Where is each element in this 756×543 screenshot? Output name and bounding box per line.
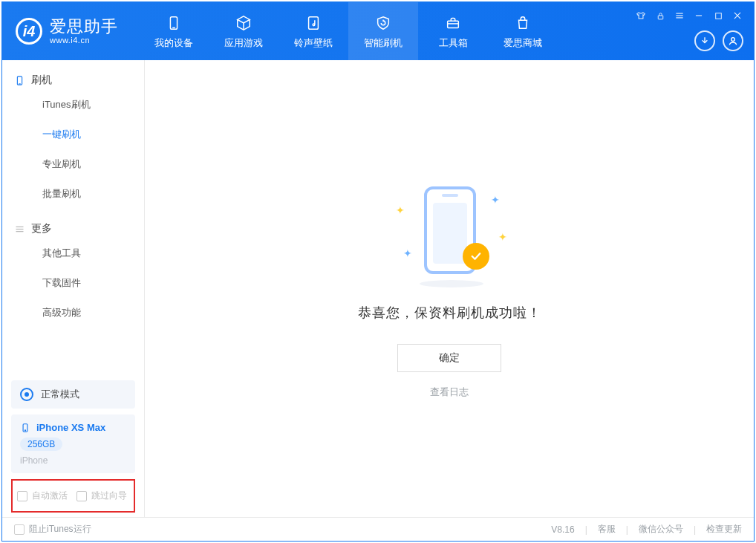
sparkle-icon: ✦ (491, 194, 500, 206)
app-url: www.i4.cn (50, 36, 118, 45)
option-auto-activate[interactable]: 自动激活 (17, 490, 68, 502)
footer-link-update[interactable]: 检查更新 (706, 523, 742, 536)
window-controls (635, 10, 743, 22)
flash-options-highlight: 自动激活 跳过向导 (11, 479, 135, 513)
svg-point-14 (731, 38, 735, 42)
svg-point-3 (313, 23, 315, 25)
footer-link-wechat[interactable]: 微信公众号 (639, 523, 683, 536)
sidebar-item-other-tools[interactable]: 其他工具 (2, 238, 144, 268)
svg-point-21 (25, 429, 25, 430)
storage-pill: 256GB (20, 438, 62, 451)
user-icon[interactable] (723, 30, 743, 51)
body: 刷机 iTunes刷机 一键刷机 专业刷机 批量刷机 更多 其他工具 下载固件 … (2, 60, 754, 517)
sidebar-item-download-firmware[interactable]: 下载固件 (2, 268, 144, 298)
footer-link-support[interactable]: 客服 (598, 523, 616, 536)
svg-rect-2 (309, 16, 319, 29)
sidebar: 刷机 iTunes刷机 一键刷机 专业刷机 批量刷机 更多 其他工具 下载固件 … (2, 60, 145, 517)
toolbox-icon (443, 13, 463, 33)
download-icon[interactable] (694, 30, 715, 51)
sparkle-icon: ✦ (403, 247, 412, 259)
status-label: 正常模式 (41, 388, 79, 401)
main-content: ✦ ✦ ✦ ✦ 恭喜您，保资料刷机成功啦！ 确定 查看日志 (145, 60, 754, 517)
tab-my-device[interactable]: 我的设备 (139, 2, 209, 60)
device-type: iPhone (20, 455, 126, 466)
logo-icon: i4 (16, 18, 42, 45)
checkbox-icon (17, 491, 27, 501)
device-card[interactable]: iPhone XS Max 256GB iPhone (11, 414, 135, 473)
checkbox-icon (76, 491, 87, 501)
device-icon (164, 13, 183, 33)
success-message: 恭喜您，保资料刷机成功啦！ (358, 304, 541, 322)
tab-smart-flash[interactable]: 智能刷机 (348, 2, 418, 60)
checkbox-icon (14, 524, 25, 535)
lock-icon[interactable] (654, 10, 666, 22)
svg-rect-6 (658, 15, 663, 19)
success-illustration: ✦ ✦ ✦ ✦ (390, 186, 509, 283)
option-block-itunes[interactable]: 阻止iTunes运行 (14, 523, 91, 536)
ok-button[interactable]: 确定 (397, 344, 501, 372)
tab-toolbox[interactable]: 工具箱 (418, 2, 488, 60)
svg-rect-4 (448, 21, 459, 27)
phone-icon (14, 75, 25, 86)
sidebar-group-flash: 刷机 (2, 74, 144, 90)
status-bar: 阻止iTunes运行 V8.16 | 客服 | 微信公众号 | 检查更新 (2, 517, 754, 541)
menu-icon[interactable] (674, 10, 685, 22)
menu-lines-icon (14, 224, 25, 235)
refresh-shield-icon (374, 13, 393, 33)
sparkle-icon: ✦ (498, 231, 507, 243)
sidebar-item-pro-flash[interactable]: 专业刷机 (2, 149, 144, 179)
sidebar-item-onekey-flash[interactable]: 一键刷机 (2, 120, 144, 149)
music-file-icon (304, 13, 323, 33)
sidebar-item-advanced[interactable]: 高级功能 (2, 298, 144, 328)
header-actions (694, 30, 743, 51)
view-log-link[interactable]: 查看日志 (430, 386, 469, 399)
cube-icon (234, 13, 253, 33)
sidebar-group-more: 更多 (2, 222, 144, 238)
app-name: 爱思助手 (50, 18, 118, 35)
option-skip-guide[interactable]: 跳过向导 (76, 490, 127, 502)
shopping-bag-icon (513, 13, 532, 33)
app-window: i4 爱思助手 www.i4.cn 我的设备 应用游戏 铃声壁纸 智能刷 (1, 1, 755, 542)
version-label: V8.16 (551, 524, 574, 535)
header: i4 爱思助手 www.i4.cn 我的设备 应用游戏 铃声壁纸 智能刷 (2, 2, 754, 60)
status-card[interactable]: 正常模式 (11, 380, 135, 409)
success-check-icon (463, 243, 489, 270)
tab-apps-games[interactable]: 应用游戏 (209, 2, 278, 60)
sparkle-icon: ✦ (396, 204, 405, 216)
tshirt-icon[interactable] (635, 10, 647, 22)
status-indicator-icon (20, 388, 33, 401)
close-button[interactable] (731, 10, 743, 22)
nav-tabs: 我的设备 应用游戏 铃声壁纸 智能刷机 工具箱 爱思商城 (139, 2, 558, 60)
svg-rect-11 (715, 13, 721, 19)
sidebar-item-itunes-flash[interactable]: iTunes刷机 (2, 90, 144, 120)
minimize-button[interactable] (693, 10, 705, 22)
tab-ringtone-wallpaper[interactable]: 铃声壁纸 (278, 2, 348, 60)
sidebar-item-batch-flash[interactable]: 批量刷机 (2, 179, 144, 209)
tab-store[interactable]: 爱思商城 (488, 2, 558, 60)
device-icon (20, 423, 30, 433)
maximize-button[interactable] (712, 10, 724, 22)
logo: i4 爱思助手 www.i4.cn (2, 18, 131, 45)
